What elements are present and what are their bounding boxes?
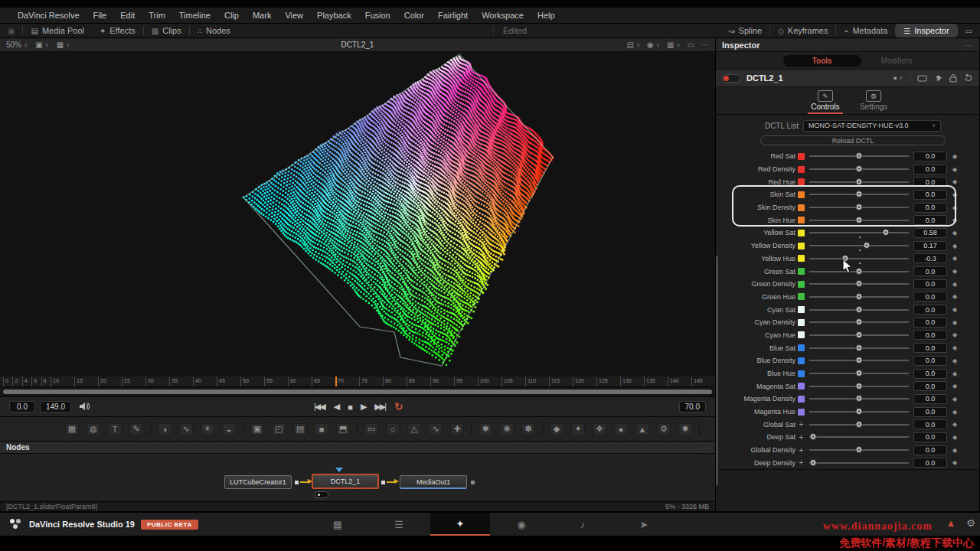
keyframe-diamond-icon[interactable]: ◆: [947, 178, 962, 185]
play-button[interactable]: ▶: [361, 402, 365, 412]
tab-tools[interactable]: Tools: [783, 55, 861, 67]
slider-handle[interactable]: [856, 204, 863, 210]
node-output-connector[interactable]: [381, 481, 385, 484]
camera-3d-tool-icon[interactable]: ▲: [635, 423, 649, 435]
slider-track[interactable]: [809, 216, 909, 225]
viewer-options-button[interactable]: ···: [701, 41, 709, 49]
merge-tool-icon[interactable]: ▣: [250, 423, 264, 435]
image-plane-3d-tool-icon[interactable]: ●: [614, 423, 628, 435]
slider-track[interactable]: [809, 267, 909, 276]
keyframe-diamond-icon[interactable]: ◆: [947, 319, 962, 326]
menu-edit[interactable]: Edit: [113, 11, 142, 20]
slider-track[interactable]: [809, 432, 909, 442]
text-plus-tool-icon[interactable]: T: [108, 423, 122, 435]
keyframe-diamond-icon[interactable]: ◆: [947, 166, 962, 173]
expander-plus-icon[interactable]: +: [798, 459, 805, 466]
gear-icon[interactable]: ⚙: [966, 517, 975, 529]
vari-blur-tool-icon[interactable]: ❋: [500, 423, 514, 435]
node-dctl2-1[interactable]: DCTL2_1: [312, 474, 379, 489]
slider-track[interactable]: [809, 305, 909, 315]
slider-track[interactable]: [809, 254, 909, 263]
keyframe-diamond-icon[interactable]: ◆: [947, 459, 962, 466]
clean-feed-button[interactable]: ▭: [958, 24, 980, 37]
expander-plus-icon[interactable]: +: [798, 434, 805, 441]
shape-3d-tool-icon[interactable]: ✦: [571, 423, 585, 435]
slider-value-field[interactable]: 0.17: [913, 241, 947, 251]
nodes-button[interactable]: ∴Nodes: [190, 24, 238, 37]
slider-track[interactable]: [809, 420, 909, 429]
keyframe-diamond-icon[interactable]: ◆: [947, 153, 962, 160]
keyframe-diamond-icon[interactable]: ◆: [947, 281, 962, 288]
slider-handle[interactable]: [856, 280, 863, 287]
keyframe-diamond-icon[interactable]: ◆: [947, 409, 962, 416]
slider-track[interactable]: [809, 228, 909, 237]
slider-value-field[interactable]: 0.0: [913, 279, 947, 289]
ellipse-mask-tool-icon[interactable]: ○: [386, 423, 400, 435]
slider-handle[interactable]: [856, 357, 863, 364]
layer-tool-icon[interactable]: ▤: [293, 423, 307, 435]
slider-value-field[interactable]: 0.0: [913, 445, 947, 455]
keyframe-diamond-icon[interactable]: ◆: [947, 344, 962, 351]
slider-track[interactable]: [809, 241, 909, 250]
keyframe-diamond-icon[interactable]: ◆: [947, 396, 962, 403]
slider-handle[interactable]: [856, 395, 863, 402]
node-graph[interactable]: LUTCubeCreator1 DCTL2_1 MediaOut1: [0, 453, 715, 501]
text-3d-tool-icon[interactable]: ❖: [593, 423, 606, 435]
slider-track[interactable]: [809, 178, 909, 187]
slider-handle[interactable]: [864, 242, 871, 249]
menu-timeline[interactable]: Timeline: [172, 11, 217, 20]
node-lutcubecreator1[interactable]: LUTCubeCreator1: [224, 475, 292, 489]
subtab-settings[interactable]: ⚙ Settings: [860, 90, 887, 111]
slider-handle[interactable]: [883, 229, 890, 236]
viewer-canvas-area[interactable]: [0, 52, 715, 377]
blur-tool-icon[interactable]: ✱: [479, 423, 492, 435]
color-corrector-tool-icon[interactable]: ◑: [158, 423, 172, 435]
slider-value-field[interactable]: 0.0: [913, 177, 947, 187]
slider-value-field[interactable]: 0.0: [913, 407, 947, 417]
slider-track[interactable]: [809, 407, 909, 416]
slider-value-field[interactable]: 0.0: [913, 215, 947, 225]
range-end-field[interactable]: 149.0: [40, 401, 71, 412]
slider-value-field[interactable]: 0.0: [913, 266, 947, 276]
slider-track[interactable]: [809, 331, 909, 340]
keyframe-diamond-icon[interactable]: ◆: [947, 421, 962, 428]
page-edit[interactable]: ☰: [369, 513, 429, 536]
menu-fusion[interactable]: Fusion: [358, 11, 397, 20]
slider-track[interactable]: [809, 445, 909, 455]
fast-noise-tool-icon[interactable]: ◍: [87, 423, 100, 435]
slider-track[interactable]: [809, 394, 909, 403]
keyframe-diamond-icon[interactable]: ◆: [947, 293, 962, 300]
menu-playback[interactable]: Playback: [310, 11, 358, 20]
grid-select[interactable]: ▦∨: [667, 41, 681, 49]
effects-button[interactable]: ✦Effects: [92, 24, 143, 37]
background-tool-icon[interactable]: ▦: [65, 423, 79, 435]
zoom-select[interactable]: 50%∨: [6, 41, 28, 49]
keyframes-button[interactable]: ◇Keyframes: [770, 24, 835, 37]
nodes-panel-options-button[interactable]: ···: [700, 444, 709, 452]
loop-button[interactable]: ↻: [394, 401, 401, 412]
node-output-connector[interactable]: [471, 481, 475, 484]
reload-dctl-button[interactable]: Reload DCTL: [760, 135, 946, 145]
keyframe-diamond-icon[interactable]: ◆: [947, 447, 962, 454]
merge-3d-tool-icon[interactable]: ◆: [550, 423, 564, 435]
slider-handle[interactable]: [856, 331, 863, 338]
current-frame-field[interactable]: 70.0: [679, 401, 706, 412]
keyframe-diamond-icon[interactable]: ◆: [947, 243, 962, 249]
slider-track[interactable]: [809, 203, 909, 212]
lut-cube-visualization[interactable]: [0, 52, 715, 377]
slider-handle[interactable]: [856, 191, 863, 197]
show-controls-select[interactable]: ▤∨: [627, 41, 641, 49]
keyframe-diamond-icon[interactable]: ◆: [947, 383, 962, 390]
page-fairlight[interactable]: ♪: [553, 513, 612, 536]
keyframe-diamond-icon[interactable]: ◆: [947, 255, 962, 262]
keyframe-diamond-icon[interactable]: ◆: [947, 204, 962, 211]
page-media[interactable]: ▦: [308, 513, 368, 536]
audio-mute-button[interactable]: [79, 400, 90, 414]
slider-track[interactable]: [809, 344, 909, 353]
slider-handle[interactable]: [841, 255, 848, 262]
clips-button[interactable]: ▥Clips: [144, 24, 189, 37]
reset-icon[interactable]: [964, 73, 973, 83]
slider-value-field[interactable]: 0.0: [913, 369, 947, 379]
timeline-ruler[interactable]: 0246810152025303540455055606570758085909…: [0, 377, 715, 387]
transform-tool-icon[interactable]: ⬒: [336, 423, 350, 435]
